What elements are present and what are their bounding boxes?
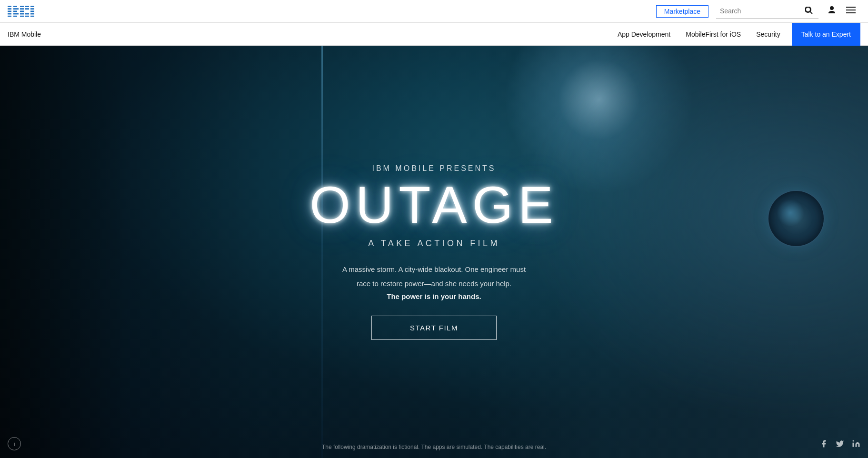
menu-icon-button[interactable] <box>841 3 860 19</box>
svg-rect-5 <box>13 6 17 7</box>
user-icon <box>827 5 837 15</box>
search-icon <box>805 7 813 14</box>
hamburger-icon <box>846 5 856 15</box>
linkedin-icon-link[interactable] <box>852 439 860 450</box>
take-action-subtitle: A TAKE ACTION FILM <box>309 239 558 249</box>
hero-lens <box>768 190 825 247</box>
ibm-logo[interactable] <box>8 6 35 17</box>
svg-rect-22 <box>30 13 34 15</box>
svg-rect-19 <box>30 6 34 7</box>
hero-section: IBM MOBILE PRESENTS OUTAGE A TAKE ACTION… <box>0 46 868 458</box>
nav-link-app-development[interactable]: App Development <box>618 30 670 38</box>
hero-disclaimer: The following dramatization is fictional… <box>322 444 546 450</box>
svg-rect-14 <box>20 16 24 17</box>
svg-rect-21 <box>30 10 34 12</box>
svg-rect-1 <box>8 8 11 10</box>
marketplace-button[interactable]: Marketplace <box>656 5 708 18</box>
facebook-icon <box>819 439 828 448</box>
svg-rect-3 <box>8 13 11 15</box>
hero-title: OUTAGE <box>309 179 558 231</box>
svg-rect-23 <box>30 16 34 17</box>
info-icon-button[interactable]: i <box>8 437 21 450</box>
presents-text: IBM MOBILE PRESENTS <box>309 164 558 173</box>
nav-link-mobilefirst-ios[interactable]: MobileFirst for iOS <box>686 30 741 38</box>
svg-rect-20 <box>30 8 34 10</box>
svg-rect-4 <box>8 16 11 17</box>
svg-rect-18 <box>25 16 29 17</box>
description-line-1: A massive storm. A city-wide blackout. O… <box>309 264 558 275</box>
search-area <box>716 4 818 19</box>
svg-rect-26 <box>846 12 856 13</box>
svg-rect-6 <box>13 8 19 10</box>
talk-to-expert-button[interactable]: Talk to an Expert <box>792 23 860 46</box>
power-text: The power is in your hands. <box>309 292 558 300</box>
svg-rect-9 <box>13 16 17 17</box>
svg-point-27 <box>853 440 854 442</box>
svg-rect-0 <box>8 6 11 7</box>
hero-content: IBM MOBILE PRESENTS OUTAGE A TAKE ACTION… <box>300 164 568 340</box>
social-icons <box>819 439 860 450</box>
svg-rect-10 <box>20 6 24 7</box>
twitter-icon-link[interactable] <box>836 439 844 450</box>
facebook-icon-link[interactable] <box>819 439 828 450</box>
svg-rect-12 <box>20 10 24 12</box>
info-icon: i <box>14 440 15 448</box>
secondary-navigation: IBM Mobile App Development MobileFirst f… <box>0 23 868 46</box>
twitter-icon <box>836 439 844 448</box>
svg-rect-11 <box>20 8 24 10</box>
secondary-nav-links: App Development MobileFirst for iOS Secu… <box>618 30 780 38</box>
svg-rect-17 <box>25 13 29 15</box>
svg-rect-8 <box>13 13 19 15</box>
svg-rect-24 <box>846 7 856 8</box>
svg-rect-2 <box>8 10 11 12</box>
svg-rect-13 <box>20 13 24 15</box>
start-film-button[interactable]: START FILM <box>371 316 497 340</box>
search-icon-button[interactable] <box>803 6 815 17</box>
nav-link-security[interactable]: Security <box>756 30 780 38</box>
search-input[interactable] <box>720 7 803 15</box>
description-line-2: race to restore power—and she needs your… <box>309 278 558 289</box>
svg-rect-7 <box>13 10 17 12</box>
svg-rect-25 <box>846 10 856 10</box>
svg-rect-15 <box>25 6 29 7</box>
svg-rect-16 <box>25 8 29 10</box>
top-navigation: Marketplace <box>0 0 868 23</box>
linkedin-icon <box>852 439 860 448</box>
brand-label: IBM Mobile <box>8 30 41 38</box>
user-icon-button[interactable] <box>822 3 841 19</box>
